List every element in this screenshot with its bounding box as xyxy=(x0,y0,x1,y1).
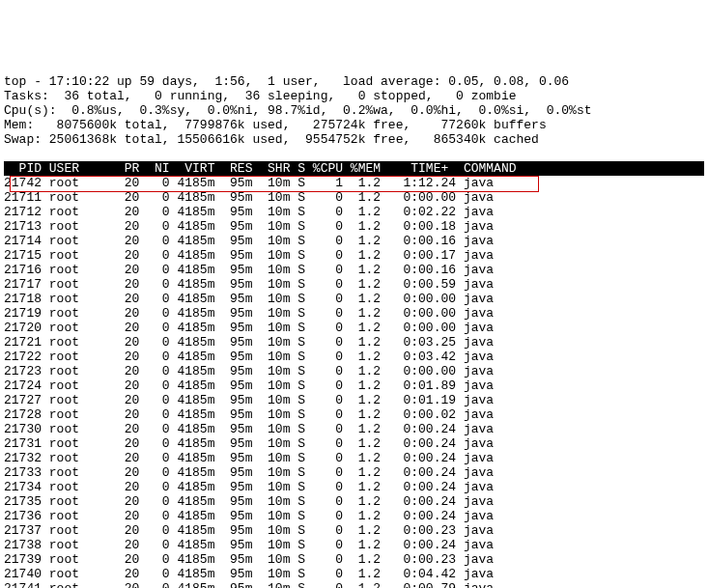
table-row: 21713 root 20 0 4185m 95m 10m S 0 1.2 0:… xyxy=(4,219,704,234)
table-row: 21742 root 20 0 4185m 95m 10m S 1 1.2 1:… xyxy=(4,176,704,190)
table-row: 21728 root 20 0 4185m 95m 10m S 0 1.2 0:… xyxy=(4,407,704,422)
process-row-text: 21736 root 20 0 4185m 95m 10m S 0 1.2 0:… xyxy=(4,509,494,523)
process-row-text: 21738 root 20 0 4185m 95m 10m S 0 1.2 0:… xyxy=(4,538,494,552)
summary-line-2: Tasks: 36 total, 0 running, 36 sleeping,… xyxy=(4,89,517,103)
process-row-text: 21728 root 20 0 4185m 95m 10m S 0 1.2 0:… xyxy=(4,407,494,422)
table-row: 21719 root 20 0 4185m 95m 10m S 0 1.2 0:… xyxy=(4,306,704,321)
table-row: 21712 root 20 0 4185m 95m 10m S 0 1.2 0:… xyxy=(4,205,704,219)
process-row-text: 21733 root 20 0 4185m 95m 10m S 0 1.2 0:… xyxy=(4,465,494,480)
process-row-text: 21742 root 20 0 4185m 95m 10m S 1 1.2 1:… xyxy=(4,176,494,190)
process-row-text: 21719 root 20 0 4185m 95m 10m S 0 1.2 0:… xyxy=(4,306,494,321)
column-header: PID USER PR NI VIRT RES SHR S %CPU %MEM … xyxy=(4,161,704,176)
top-header: top - 17:10:22 up 59 days, 1:56, 1 user,… xyxy=(4,60,704,147)
table-row: 21721 root 20 0 4185m 95m 10m S 0 1.2 0:… xyxy=(4,335,704,350)
table-row: 21736 root 20 0 4185m 95m 10m S 0 1.2 0:… xyxy=(4,509,704,523)
table-row: 21714 root 20 0 4185m 95m 10m S 0 1.2 0:… xyxy=(4,234,704,248)
table-row: 21741 root 20 0 4185m 95m 10m S 0 1.2 0:… xyxy=(4,581,704,588)
process-row-text: 21722 root 20 0 4185m 95m 10m S 0 1.2 0:… xyxy=(4,350,494,364)
summary-line-1: top - 17:10:22 up 59 days, 1:56, 1 user,… xyxy=(4,74,569,89)
table-row: 21738 root 20 0 4185m 95m 10m S 0 1.2 0:… xyxy=(4,538,704,552)
process-row-text: 21713 root 20 0 4185m 95m 10m S 0 1.2 0:… xyxy=(4,219,494,234)
table-row: 21731 root 20 0 4185m 95m 10m S 0 1.2 0:… xyxy=(4,436,704,451)
process-list: 21742 root 20 0 4185m 95m 10m S 1 1.2 1:… xyxy=(4,176,704,588)
process-row-text: 21718 root 20 0 4185m 95m 10m S 0 1.2 0:… xyxy=(4,292,494,306)
process-row-text: 21727 root 20 0 4185m 95m 10m S 0 1.2 0:… xyxy=(4,393,494,407)
table-row: 21734 root 20 0 4185m 95m 10m S 0 1.2 0:… xyxy=(4,480,704,494)
table-row: 21720 root 20 0 4185m 95m 10m S 0 1.2 0:… xyxy=(4,321,704,335)
process-row-text: 21731 root 20 0 4185m 95m 10m S 0 1.2 0:… xyxy=(4,436,494,451)
process-row-text: 21740 root 20 0 4185m 95m 10m S 0 1.2 0:… xyxy=(4,567,494,581)
process-row-text: 21737 root 20 0 4185m 95m 10m S 0 1.2 0:… xyxy=(4,523,494,538)
process-row-text: 21739 root 20 0 4185m 95m 10m S 0 1.2 0:… xyxy=(4,552,494,567)
summary-line-4: Mem: 8075600k total, 7799876k used, 2757… xyxy=(4,118,547,132)
table-row: 21733 root 20 0 4185m 95m 10m S 0 1.2 0:… xyxy=(4,465,704,480)
process-row-text: 21724 root 20 0 4185m 95m 10m S 0 1.2 0:… xyxy=(4,378,494,393)
process-row-text: 21735 root 20 0 4185m 95m 10m S 0 1.2 0:… xyxy=(4,494,494,509)
table-row: 21735 root 20 0 4185m 95m 10m S 0 1.2 0:… xyxy=(4,494,704,509)
process-row-text: 21720 root 20 0 4185m 95m 10m S 0 1.2 0:… xyxy=(4,321,494,335)
table-row: 21727 root 20 0 4185m 95m 10m S 0 1.2 0:… xyxy=(4,393,704,407)
process-row-text: 21714 root 20 0 4185m 95m 10m S 0 1.2 0:… xyxy=(4,234,494,248)
process-row-text: 21723 root 20 0 4185m 95m 10m S 0 1.2 0:… xyxy=(4,364,494,378)
process-row-text: 21741 root 20 0 4185m 95m 10m S 0 1.2 0:… xyxy=(4,581,494,588)
table-row: 21715 root 20 0 4185m 95m 10m S 0 1.2 0:… xyxy=(4,248,704,263)
table-row: 21730 root 20 0 4185m 95m 10m S 0 1.2 0:… xyxy=(4,422,704,436)
process-row-text: 21732 root 20 0 4185m 95m 10m S 0 1.2 0:… xyxy=(4,451,494,465)
process-row-text: 21717 root 20 0 4185m 95m 10m S 0 1.2 0:… xyxy=(4,277,494,292)
process-row-text: 21712 root 20 0 4185m 95m 10m S 0 1.2 0:… xyxy=(4,205,494,219)
table-row: 21718 root 20 0 4185m 95m 10m S 0 1.2 0:… xyxy=(4,292,704,306)
table-row: 21711 root 20 0 4185m 95m 10m S 0 1.2 0:… xyxy=(4,190,704,205)
table-row: 21716 root 20 0 4185m 95m 10m S 0 1.2 0:… xyxy=(4,263,704,277)
process-row-text: 21730 root 20 0 4185m 95m 10m S 0 1.2 0:… xyxy=(4,422,494,436)
table-row: 21724 root 20 0 4185m 95m 10m S 0 1.2 0:… xyxy=(4,378,704,393)
summary-line-5: Swap: 25061368k total, 15506616k used, 9… xyxy=(4,132,539,147)
table-row: 21723 root 20 0 4185m 95m 10m S 0 1.2 0:… xyxy=(4,364,704,378)
table-row: 21739 root 20 0 4185m 95m 10m S 0 1.2 0:… xyxy=(4,552,704,567)
table-row: 21740 root 20 0 4185m 95m 10m S 0 1.2 0:… xyxy=(4,567,704,581)
table-row: 21717 root 20 0 4185m 95m 10m S 0 1.2 0:… xyxy=(4,277,704,292)
table-row: 21737 root 20 0 4185m 95m 10m S 0 1.2 0:… xyxy=(4,523,704,538)
summary-line-3: Cpu(s): 0.8%us, 0.3%sy, 0.0%ni, 98.7%id,… xyxy=(4,103,592,118)
process-row-text: 21716 root 20 0 4185m 95m 10m S 0 1.2 0:… xyxy=(4,263,494,277)
table-row: 21732 root 20 0 4185m 95m 10m S 0 1.2 0:… xyxy=(4,451,704,465)
process-row-text: 21734 root 20 0 4185m 95m 10m S 0 1.2 0:… xyxy=(4,480,494,494)
process-row-text: 21711 root 20 0 4185m 95m 10m S 0 1.2 0:… xyxy=(4,190,494,205)
table-row: 21722 root 20 0 4185m 95m 10m S 0 1.2 0:… xyxy=(4,350,704,364)
process-row-text: 21721 root 20 0 4185m 95m 10m S 0 1.2 0:… xyxy=(4,335,494,350)
process-row-text: 21715 root 20 0 4185m 95m 10m S 0 1.2 0:… xyxy=(4,248,494,263)
